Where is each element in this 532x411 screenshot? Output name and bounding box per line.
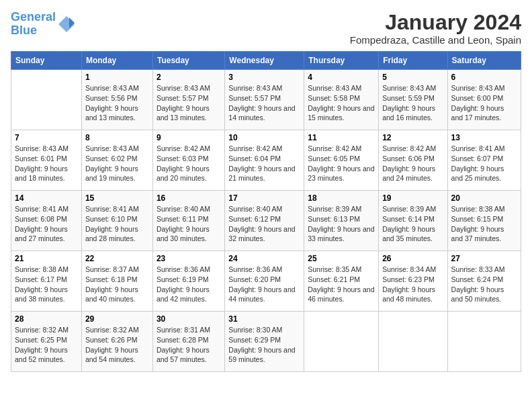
- calendar-title: January 2024: [350, 11, 521, 34]
- calendar-cell: 4Sunrise: 8:43 AMSunset: 5:58 PMDaylight…: [304, 70, 379, 130]
- cell-details: Sunrise: 8:41 AMSunset: 6:10 PMDaylight:…: [85, 205, 139, 242]
- calendar-cell: [379, 312, 447, 372]
- day-number: 24: [228, 254, 300, 263]
- logo-text: General: [11, 11, 56, 24]
- day-number: 27: [451, 254, 517, 263]
- calendar-cell: 9Sunrise: 8:42 AMSunset: 6:03 PMDaylight…: [152, 130, 224, 191]
- day-number: 1: [85, 73, 149, 82]
- cell-details: Sunrise: 8:43 AMSunset: 5:56 PMDaylight:…: [85, 84, 139, 122]
- calendar-cell: 19Sunrise: 8:39 AMSunset: 6:14 PMDayligh…: [379, 191, 447, 251]
- day-number: 29: [85, 314, 149, 324]
- cell-details: Sunrise: 8:42 AMSunset: 6:03 PMDaylight:…: [157, 144, 210, 182]
- cell-details: Sunrise: 8:36 AMSunset: 6:19 PMDaylight:…: [157, 265, 210, 303]
- day-number: 16: [157, 193, 221, 203]
- day-number: 11: [308, 133, 375, 142]
- calendar-cell: 1Sunrise: 8:43 AMSunset: 5:56 PMDaylight…: [81, 70, 152, 130]
- cell-details: Sunrise: 8:40 AMSunset: 6:12 PMDaylight:…: [228, 205, 295, 242]
- calendar-cell: 2Sunrise: 8:43 AMSunset: 5:57 PMDaylight…: [152, 70, 224, 130]
- calendar-cell: 8Sunrise: 8:43 AMSunset: 6:02 PMDaylight…: [81, 130, 152, 191]
- calendar-cell: 27Sunrise: 8:33 AMSunset: 6:24 PMDayligh…: [447, 251, 521, 312]
- day-number: 18: [308, 193, 375, 203]
- calendar-cell: 22Sunrise: 8:37 AMSunset: 6:18 PMDayligh…: [81, 251, 152, 312]
- week-row-5: 28Sunrise: 8:32 AMSunset: 6:25 PMDayligh…: [11, 312, 521, 372]
- cell-details: Sunrise: 8:43 AMSunset: 6:01 PMDaylight:…: [15, 144, 69, 182]
- calendar-cell: 7Sunrise: 8:43 AMSunset: 6:01 PMDaylight…: [11, 130, 82, 191]
- calendar-cell: 5Sunrise: 8:43 AMSunset: 5:59 PMDaylight…: [379, 70, 447, 130]
- day-number: 9: [157, 133, 221, 142]
- cell-details: Sunrise: 8:32 AMSunset: 6:25 PMDaylight:…: [15, 326, 69, 363]
- cell-details: Sunrise: 8:43 AMSunset: 5:57 PMDaylight:…: [228, 84, 295, 122]
- header-friday: Friday: [379, 52, 447, 70]
- calendar-subtitle: Fompedraza, Castille and Leon, Spain: [350, 34, 521, 46]
- calendar-cell: 28Sunrise: 8:32 AMSunset: 6:25 PMDayligh…: [11, 312, 82, 372]
- header-thursday: Thursday: [304, 52, 379, 70]
- header-wednesday: Wednesday: [225, 52, 304, 70]
- cell-details: Sunrise: 8:43 AMSunset: 5:59 PMDaylight:…: [382, 84, 436, 122]
- calendar-cell: 23Sunrise: 8:36 AMSunset: 6:19 PMDayligh…: [152, 251, 224, 312]
- day-number: 5: [382, 73, 443, 82]
- day-number: 17: [228, 193, 300, 203]
- day-number: 14: [15, 193, 78, 203]
- day-number: 6: [451, 73, 517, 82]
- day-number: 23: [157, 254, 221, 263]
- calendar-cell: 21Sunrise: 8:38 AMSunset: 6:17 PMDayligh…: [11, 251, 82, 312]
- cell-details: Sunrise: 8:33 AMSunset: 6:24 PMDaylight:…: [451, 265, 505, 303]
- header-monday: Monday: [81, 52, 152, 70]
- day-number: 12: [382, 133, 443, 142]
- day-number: 15: [85, 193, 149, 203]
- calendar-cell: 20Sunrise: 8:38 AMSunset: 6:15 PMDayligh…: [447, 191, 521, 251]
- page-header: General Blue January 2024 Fompedraza, Ca…: [11, 11, 521, 46]
- calendar-cell: 26Sunrise: 8:34 AMSunset: 6:23 PMDayligh…: [379, 251, 447, 312]
- cell-details: Sunrise: 8:43 AMSunset: 6:00 PMDaylight:…: [451, 84, 505, 122]
- cell-details: Sunrise: 8:43 AMSunset: 6:02 PMDaylight:…: [85, 144, 139, 182]
- calendar-table: SundayMondayTuesdayWednesdayThursdayFrid…: [11, 51, 521, 372]
- cell-details: Sunrise: 8:42 AMSunset: 6:04 PMDaylight:…: [228, 144, 295, 182]
- day-number: 4: [308, 73, 375, 82]
- cell-details: Sunrise: 8:39 AMSunset: 6:13 PMDaylight:…: [308, 205, 374, 242]
- cell-details: Sunrise: 8:32 AMSunset: 6:26 PMDaylight:…: [85, 326, 139, 363]
- header-tuesday: Tuesday: [152, 52, 224, 70]
- cell-details: Sunrise: 8:31 AMSunset: 6:28 PMDaylight:…: [157, 326, 210, 363]
- calendar-cell: 24Sunrise: 8:36 AMSunset: 6:20 PMDayligh…: [225, 251, 304, 312]
- cell-details: Sunrise: 8:35 AMSunset: 6:21 PMDaylight:…: [308, 265, 374, 303]
- cell-details: Sunrise: 8:39 AMSunset: 6:14 PMDaylight:…: [382, 205, 436, 242]
- day-number: 19: [382, 193, 443, 203]
- week-row-2: 7Sunrise: 8:43 AMSunset: 6:01 PMDaylight…: [11, 130, 521, 191]
- calendar-cell: 6Sunrise: 8:43 AMSunset: 6:00 PMDaylight…: [447, 70, 521, 130]
- day-number: 3: [228, 73, 300, 82]
- day-number: 21: [15, 254, 78, 263]
- calendar-cell: 14Sunrise: 8:41 AMSunset: 6:08 PMDayligh…: [11, 191, 82, 251]
- calendar-cell: 13Sunrise: 8:41 AMSunset: 6:07 PMDayligh…: [447, 130, 521, 191]
- calendar-header-row: SundayMondayTuesdayWednesdayThursdayFrid…: [11, 52, 521, 70]
- day-number: 25: [308, 254, 375, 263]
- cell-details: Sunrise: 8:38 AMSunset: 6:17 PMDaylight:…: [15, 265, 69, 303]
- cell-details: Sunrise: 8:41 AMSunset: 6:08 PMDaylight:…: [15, 205, 69, 242]
- cell-details: Sunrise: 8:42 AMSunset: 6:06 PMDaylight:…: [382, 144, 436, 182]
- header-saturday: Saturday: [447, 52, 521, 70]
- cell-details: Sunrise: 8:36 AMSunset: 6:20 PMDaylight:…: [228, 265, 295, 303]
- calendar-cell: [447, 312, 521, 372]
- day-number: 10: [228, 133, 300, 142]
- cell-details: Sunrise: 8:30 AMSunset: 6:29 PMDaylight:…: [228, 326, 295, 363]
- header-sunday: Sunday: [11, 52, 82, 70]
- calendar-cell: 15Sunrise: 8:41 AMSunset: 6:10 PMDayligh…: [81, 191, 152, 251]
- day-number: 8: [85, 133, 149, 142]
- week-row-4: 21Sunrise: 8:38 AMSunset: 6:17 PMDayligh…: [11, 251, 521, 312]
- calendar-cell: 17Sunrise: 8:40 AMSunset: 6:12 PMDayligh…: [225, 191, 304, 251]
- calendar-cell: 29Sunrise: 8:32 AMSunset: 6:26 PMDayligh…: [81, 312, 152, 372]
- week-row-3: 14Sunrise: 8:41 AMSunset: 6:08 PMDayligh…: [11, 191, 521, 251]
- calendar-cell: 3Sunrise: 8:43 AMSunset: 5:57 PMDaylight…: [225, 70, 304, 130]
- cell-details: Sunrise: 8:40 AMSunset: 6:11 PMDaylight:…: [157, 205, 210, 242]
- cell-details: Sunrise: 8:42 AMSunset: 6:05 PMDaylight:…: [308, 144, 374, 182]
- day-number: 30: [157, 314, 221, 324]
- calendar-cell: 31Sunrise: 8:30 AMSunset: 6:29 PMDayligh…: [225, 312, 304, 372]
- calendar-cell: 25Sunrise: 8:35 AMSunset: 6:21 PMDayligh…: [304, 251, 379, 312]
- logo-text-blue: Blue: [11, 24, 56, 38]
- cell-details: Sunrise: 8:41 AMSunset: 6:07 PMDaylight:…: [451, 144, 505, 182]
- day-number: 13: [451, 133, 517, 142]
- day-number: 7: [15, 133, 78, 142]
- day-number: 20: [451, 193, 517, 203]
- logo-icon: [57, 15, 76, 34]
- title-block: January 2024 Fompedraza, Castille and Le…: [350, 11, 521, 46]
- cell-details: Sunrise: 8:43 AMSunset: 5:58 PMDaylight:…: [308, 84, 374, 122]
